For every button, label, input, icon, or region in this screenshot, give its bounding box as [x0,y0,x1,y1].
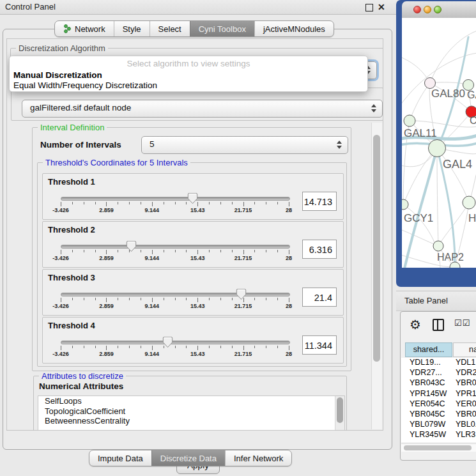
cell-name: YBL0... [456,420,476,429]
slider-tick [61,298,61,302]
control-panel-title: Control Panel [5,2,56,12]
slider-tick [209,202,210,204]
network-node-gal80[interactable] [425,78,436,89]
cyni-mode-tabs: Impute DataDiscretize DataInfer Network [89,450,292,466]
numerical-attributes-list[interactable]: SelfLoopsTopologicalCoefficientBetweenne… [38,395,345,431]
network-edge [402,56,430,83]
algorithm-option-equal-width-frequency-discretization[interactable]: Equal Width/Frequency Discretization [13,81,157,90]
settings-vertical-scrollbar[interactable] [371,123,382,429]
slider-track[interactable] [61,245,290,249]
number-of-intervals-combobox[interactable]: 5 [141,136,348,154]
attributes-scrollbar-thumb[interactable] [337,397,343,423]
tab-label: Cyni Toolbox [199,24,246,34]
cell-name: YLR3... [456,430,476,439]
table-row[interactable]: YBL079WYBL0... [401,420,476,430]
slider-tick [95,346,96,348]
control-panel-titlebar: Control Panel ✕ [0,0,396,15]
threshold-value-field[interactable]: 21.4 [302,288,337,307]
slider-tick-label: 2.859 [99,303,114,309]
slider-tick [152,202,153,206]
column-header-name[interactable]: na [453,342,476,357]
attribute-item-topologicalcoefficient[interactable]: TopologicalCoefficient [38,406,344,417]
tab-cyni-toolbox[interactable]: Cyni Toolbox [190,21,254,36]
threshold-value-field[interactable]: 14.713 [302,192,337,211]
table-hscrollbar-thumb[interactable] [404,445,472,450]
threshold-label: Threshold 2 [48,225,95,234]
slider-thumb[interactable] [126,240,137,255]
minimize-traffic-button[interactable] [424,6,431,13]
tab-infer-network[interactable]: Infer Network [225,450,291,466]
slider-tick [175,250,176,252]
table-row[interactable]: YBR045CYBR0... [401,410,476,420]
slider-tick [186,202,187,204]
attributes-scrollbar[interactable] [335,396,344,430]
network-canvas[interactable]: GAL80GACGAL11GAL4GCY1HHAP2 [402,18,476,268]
slider-tick [175,202,176,204]
network-node-ga[interactable] [463,80,474,91]
table-row[interactable]: YLR345WYLR3... [401,430,476,440]
slider-tick [186,250,187,252]
slider-tick [106,298,107,302]
tab-discretize-data[interactable]: Discretize Data [151,450,225,466]
table-row[interactable]: YPR145WYPR1... [401,389,476,399]
network-window-titlebar[interactable] [402,1,476,19]
slider-tick-label: 15.43 [190,255,205,261]
column-header-shared-name[interactable]: shared... [405,342,452,357]
tab-style[interactable]: Style [114,21,150,36]
slider-track[interactable] [61,341,290,344]
threshold-value-field[interactable]: 11.344 [302,335,337,355]
table-row[interactable]: YDL19...YDL1... [401,358,476,368]
tab-label: Select [158,24,181,34]
node-table-rows[interactable]: YDL19...YDL1...YDR27...YDR2...YBR043CYBR… [401,358,476,442]
attribute-item-selfloops[interactable]: SelfLoops [38,396,344,406]
table-horizontal-scrollbar[interactable] [401,443,476,452]
slider-tick [72,298,73,300]
slider-tick [254,298,255,300]
checkbox-icons[interactable]: ☑☑ [454,318,470,328]
column-layout-icon[interactable] [433,319,444,331]
threshold-value-field[interactable]: 6.316 [302,240,337,259]
network-node-h[interactable] [463,196,475,209]
float-window-icon[interactable] [365,4,373,12]
network-node-hap2[interactable] [433,241,443,251]
table-row[interactable]: YER054CYER0... [401,399,476,410]
slider-thumb[interactable] [236,288,247,303]
slider-tick-label: 28 [286,255,292,261]
slider-tick-label: 21.715 [234,255,252,261]
cell-shared-name: YBR045C [410,410,445,418]
slider-tick [254,346,255,348]
close-icon[interactable]: ✕ [378,1,385,13]
network-node[interactable] [450,262,460,268]
table-data-combobox[interactable]: galFiltered.sif default node [22,100,383,118]
network-node-gcy1[interactable] [402,199,408,210]
slider-tick [141,298,141,300]
tab-impute-data[interactable]: Impute Data [89,450,151,466]
slider-tick [118,250,118,252]
thresholds-group-title: Threshold's Coordinates for 5 Intervals [43,158,190,167]
network-node-gal11[interactable] [404,115,415,127]
slider-tick [232,298,233,300]
slider-tick [175,346,176,348]
settings-scrollbar-thumb[interactable] [373,135,380,362]
slider-tick [186,346,187,348]
network-view-window: GAL80GACGAL11GAL4GCY1HHAP2 [396,0,476,287]
tab-network[interactable]: Network [55,21,114,36]
slider-track[interactable] [61,293,290,296]
gear-icon[interactable]: ⚙ [410,317,421,332]
table-row[interactable]: YDR27...YDR2... [401,368,476,378]
maximize-traffic-button[interactable] [434,6,441,13]
slider-tick [289,250,289,254]
algorithm-option-manual-discretization[interactable]: Manual Discretization [13,70,102,80]
tab-select[interactable]: Select [150,21,190,36]
slider-tick [209,298,210,300]
slider-track[interactable] [61,197,290,201]
slider-tick [277,346,278,348]
close-traffic-button[interactable] [413,6,421,13]
slider-thumb[interactable] [187,192,198,207]
attribute-item-betweennesscentrality[interactable]: BetweennessCentrality [38,416,344,426]
table-row[interactable]: YBR043CYBR0... [401,378,476,388]
network-node-gal4[interactable] [429,140,446,157]
table-row[interactable]: YIL052CYIL0... [401,441,476,443]
tab-jactivemnodules[interactable]: jActiveMNodules [254,21,334,36]
slider-thumb[interactable] [162,336,173,351]
